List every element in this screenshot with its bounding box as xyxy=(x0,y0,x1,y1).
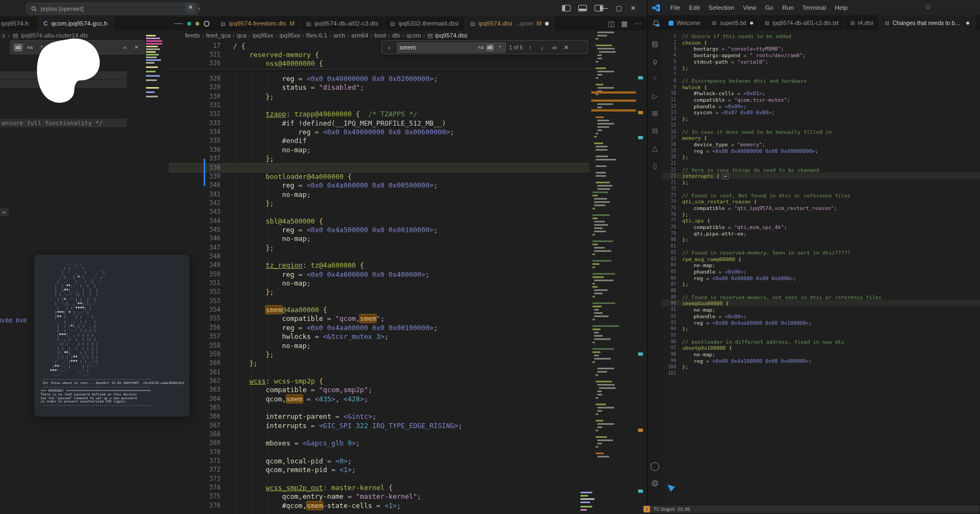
previous-match-icon[interactable]: ↑ xyxy=(526,44,535,51)
minimap-line xyxy=(146,48,160,50)
breadcrumb-item[interactable]: arch xyxy=(333,32,345,39)
minimap-main[interactable] xyxy=(591,32,636,467)
menu-edit[interactable]: Edit xyxy=(685,4,705,11)
tab-ipq9574-freedom.dts[interactable]: ▤ipq9574-freedom.dtsM xyxy=(215,16,301,30)
test-icon[interactable]: △ xyxy=(650,143,660,153)
overflow-icon[interactable]: — xyxy=(174,18,183,28)
token: reserved-memory xyxy=(249,51,311,59)
terminal-panel[interactable]: ,-._,-. / | ' ( _ ( ' , ) ,' ) ,'( ( * (… xyxy=(34,255,189,417)
token: }; xyxy=(682,281,688,287)
next-match-icon[interactable]: ↓ xyxy=(538,44,547,51)
source-control-icon[interactable]: ⑂ xyxy=(650,73,660,84)
tab-ipq9574.h[interactable]: ipq9574.h xyxy=(0,16,38,30)
expand-replace-icon[interactable]: › xyxy=(385,44,394,51)
breadcrumb-item[interactable]: dts xyxy=(392,32,400,39)
match-case-icon[interactable]: Aa xyxy=(477,44,485,51)
breadcrumb-file[interactable]: ipq9574.dtsi xyxy=(435,32,467,39)
find-input[interactable]: smem Aa ab .* xyxy=(397,42,506,53)
extensions-icon[interactable]: ⊞ xyxy=(650,108,660,119)
find-toggle-icon[interactable]: ab xyxy=(14,44,23,52)
status-pill[interactable]: ! TC bogus 01:45 xyxy=(642,505,979,513)
dirty-dot-icon[interactable] xyxy=(750,21,753,24)
token: #if !defined xyxy=(282,119,331,127)
menu-terminal[interactable]: Terminal xyxy=(798,4,830,11)
menu-help[interactable]: Help xyxy=(830,4,852,11)
files-icon[interactable]: ▤ xyxy=(650,38,660,49)
minimap-search-highlight xyxy=(591,91,636,94)
avatar-ring-icon[interactable] xyxy=(204,21,210,27)
breadcrumb-item[interactable]: arm64 xyxy=(351,32,368,39)
more-actions-icon[interactable]: ⋯ xyxy=(634,20,641,28)
token: = xyxy=(719,46,728,52)
restore-button[interactable]: ▢ xyxy=(612,0,626,16)
toggle-sidebar-icon[interactable] xyxy=(562,5,571,11)
minimap-line xyxy=(580,495,588,497)
overview-ruler[interactable] xyxy=(636,32,646,510)
token: = xyxy=(311,128,323,136)
menu-selection[interactable]: Selection xyxy=(704,4,738,11)
toggle-panel-icon[interactable] xyxy=(578,5,587,11)
tab-ipq9574-db-al01-c3[interactable]: ▤ipq9574-db-al01-c3.dts.txt xyxy=(759,15,845,30)
breadcrumb-main[interactable]: feeds›feed_qca›qca›ipq95xx›ipq95xx›files… xyxy=(185,30,589,40)
dirty-dot-icon[interactable] xyxy=(545,22,549,26)
breadcrumb-item[interactable]: feeds xyxy=(185,32,200,39)
account-icon[interactable]: ◯ xyxy=(650,460,660,471)
close-button[interactable]: ✕ xyxy=(626,0,640,16)
token: "qti,msm_sps_4k" xyxy=(734,224,784,230)
tab-t4.dtsi[interactable]: ▤t4.dtsi xyxy=(844,15,879,30)
tab-Changes that needs[interactable]: ▤Changes that needs to be added (index) xyxy=(879,15,976,30)
split-editor-icon[interactable]: ◫ xyxy=(608,20,614,28)
code-editor-right[interactable]: 1// Unsure if this needs to be added2cho… xyxy=(662,30,980,498)
remote-icon[interactable]: ⊟ xyxy=(650,125,660,136)
tab-superl5.txt[interactable]: ▤superl5.txt xyxy=(707,15,759,30)
whole-word-icon[interactable]: ab xyxy=(486,44,494,51)
close-icon[interactable]: ✕ xyxy=(132,44,141,52)
menu-view[interactable]: View xyxy=(739,4,761,11)
breadcrumb-item[interactable]: boot xyxy=(375,32,386,39)
breadcrumb-item[interactable]: ipq95xx xyxy=(253,32,273,39)
tab-Welcome[interactable]: Welcome xyxy=(663,15,707,30)
tab-ipq5332-thermald.dtsi[interactable]: ▤ipq5332-thermald.dtsi xyxy=(384,16,464,30)
breadcrumb-item[interactable]: qcom xyxy=(406,32,421,39)
code-text: qcom,local-pid = <0>; xyxy=(266,457,352,465)
line-number: 76 xyxy=(662,212,676,217)
token: qcom,local-pid xyxy=(266,457,323,465)
find-in-selection-icon[interactable]: ⫤ xyxy=(550,44,559,51)
breadcrumb-item[interactable]: feed_qca xyxy=(206,32,230,39)
settings-gear-icon[interactable]: ⚙ xyxy=(650,478,660,488)
dirty-dot-icon[interactable] xyxy=(966,21,969,24)
find-in-selection-icon[interactable]: ⫤ xyxy=(120,44,130,52)
tab-ipq9574.dtsi[interactable]: ▤ipq9574.dtsi...qcomM xyxy=(464,16,554,30)
regex-icon[interactable]: .* xyxy=(495,44,503,51)
profile-badge-icon[interactable] xyxy=(186,3,195,13)
fold-chevron-icon[interactable]: › xyxy=(677,173,679,178)
menu-file[interactable]: File xyxy=(666,4,685,11)
code-editor-main[interactable]: 17/ {321reserved-memory {326nss@40000000… xyxy=(169,40,589,514)
tab-qcom,ipq9574-gcc.h[interactable]: Cqcom,ipq9574-gcc.h xyxy=(38,16,114,30)
breadcrumb-item[interactable]: ipq95xx xyxy=(279,32,300,39)
menu-run[interactable]: Run xyxy=(778,4,798,11)
minimap-line xyxy=(146,57,157,58)
command-center[interactable]: prplos [openwrt] xyxy=(26,3,199,15)
breadcrumb-item[interactable]: s xyxy=(2,32,5,39)
breadcrumb-item[interactable]: qca xyxy=(237,32,247,39)
minimap[interactable] xyxy=(146,33,164,109)
search-icon[interactable]: ϙ xyxy=(650,55,660,66)
minimap-line xyxy=(594,231,606,232)
token: ; xyxy=(793,275,797,281)
minimize-button[interactable]: — xyxy=(598,0,612,16)
gear-icon[interactable]: ⚙ xyxy=(925,3,931,11)
run-debug-icon[interactable]: ▷ xyxy=(650,90,660,101)
menu-go[interactable]: Go xyxy=(761,4,777,11)
match-case-icon[interactable]: Aa xyxy=(25,44,34,52)
code-text: uboot@4a100000 { xyxy=(682,345,732,351)
chevron-down-icon[interactable]: ⌄ xyxy=(197,5,201,10)
output-icon[interactable]: ▯ xyxy=(650,160,660,171)
minimap-line xyxy=(592,240,613,242)
breadcrumb-item[interactable]: files-6.1 xyxy=(307,32,328,39)
minimap-line xyxy=(596,38,598,40)
close-icon[interactable]: ✕ xyxy=(562,44,571,51)
layout-grid-icon[interactable]: ▦ xyxy=(621,20,628,28)
bell-icon[interactable] xyxy=(652,19,660,27)
tab-ipq9574-db-al02-c3.dts[interactable]: ▤ipq9574-db-al02-c3.dts xyxy=(301,16,384,30)
